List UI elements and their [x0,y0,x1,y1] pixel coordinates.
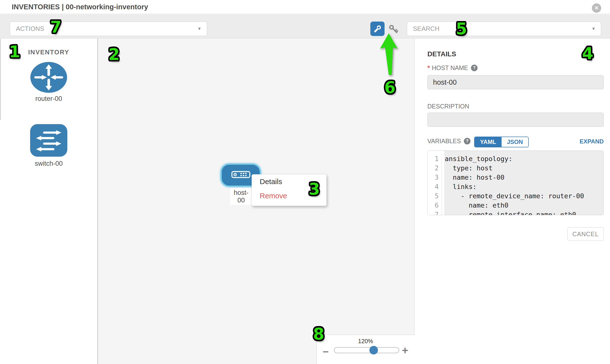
tab-json[interactable]: JSON [502,137,528,147]
code-line: 2 type: host [428,164,603,173]
help-icon[interactable]: ? [471,65,478,71]
code-lines: 1ansible_topology:2 type: host3 name: ho… [428,151,603,215]
credentials-button[interactable] [387,23,400,35]
breadcrumb-section: INVENTORIES [12,3,60,11]
node-context-menu: Details Remove [252,174,326,206]
breadcrumb-inventory-name: 00-networking-inventory [65,3,148,11]
host-name-label: HOST NAME [432,64,468,71]
sidebar-edge-divider [0,39,1,120]
zoom-slider-track[interactable] [334,347,399,353]
host-server-icon [231,171,250,179]
code-line: 6 name: eth0 [428,201,603,210]
required-marker: * [427,64,430,72]
code-line: 4 links: [428,182,603,191]
actions-dropdown[interactable]: ACTIONS ▼ [10,22,207,36]
palette-item-label: router-00 [0,95,97,103]
cancel-button[interactable]: CANCEL [567,227,604,241]
palette-item-label: switch-00 [0,160,97,168]
topology-canvas[interactable]: host-00 Details Remove 120% − + [98,39,415,364]
variables-label-row: VARIABLES ? [427,138,470,145]
variables-label: VARIABLES [427,138,461,145]
expand-link[interactable]: EXPAND [580,138,604,145]
switch-icon [30,124,67,157]
code-line: 7 remote_interface_name: eth0 [428,210,603,215]
breadcrumb-divider: | [62,3,64,11]
zoom-slider-thumb[interactable] [369,346,378,354]
actions-dropdown-placeholder: ACTIONS [16,25,44,33]
chevron-down-icon: ▼ [197,26,201,31]
wrench-icon [373,25,382,33]
page-header: INVENTORIES | 00-networking-inventory ✕ [0,0,610,14]
zoom-level-value: 120% [317,338,415,345]
variables-format-toggle: YAML JSON [474,137,529,147]
search-placeholder: SEARCH [413,25,439,33]
description-label-row: DESCRIPTION [427,103,469,110]
toolbar: ACTIONS ▼ SEARCH ▼ [0,14,610,39]
context-menu-item-details[interactable]: Details [252,175,326,189]
key-icon [388,24,399,35]
chevron-down-icon: ▼ [591,26,596,31]
palette-item-router[interactable] [30,62,67,93]
code-line: 1ansible_topology: [428,154,603,164]
variables-code-editor[interactable]: 1ansible_topology:2 type: host3 name: ho… [427,151,604,215]
details-panel: DETAILS * HOST NAME ? DESCRIPTION VARIAB… [415,39,610,364]
code-line: 3 name: host-00 [428,173,603,182]
help-icon[interactable]: ? [464,138,470,144]
description-field[interactable] [427,113,604,127]
panel-title: DETAILS [427,50,456,58]
router-icon [30,62,67,93]
host-name-label-row: * HOST NAME ? [427,64,478,72]
node-label: host-00 [230,188,252,205]
zoom-out-button[interactable]: − [323,347,329,357]
palette-item-switch[interactable] [30,124,67,157]
inventory-sidebar: INVENTORY router-00 switch-00 [0,39,98,364]
sidebar-title: INVENTORY [0,49,97,56]
code-line: 5 - remote_device_name: router-00 [428,191,603,201]
close-icon[interactable]: ✕ [592,3,601,13]
context-menu-item-remove[interactable]: Remove [252,189,326,203]
zoom-in-button[interactable]: + [402,345,408,356]
zoom-control: 120% − + [316,335,415,364]
breadcrumb: INVENTORIES | 00-networking-inventory [12,0,148,14]
host-name-field[interactable] [427,75,604,89]
tab-yaml[interactable]: YAML [475,137,502,147]
tools-button[interactable] [370,22,385,36]
description-label: DESCRIPTION [427,103,469,110]
search-dropdown[interactable]: SEARCH ▼ [407,22,601,36]
